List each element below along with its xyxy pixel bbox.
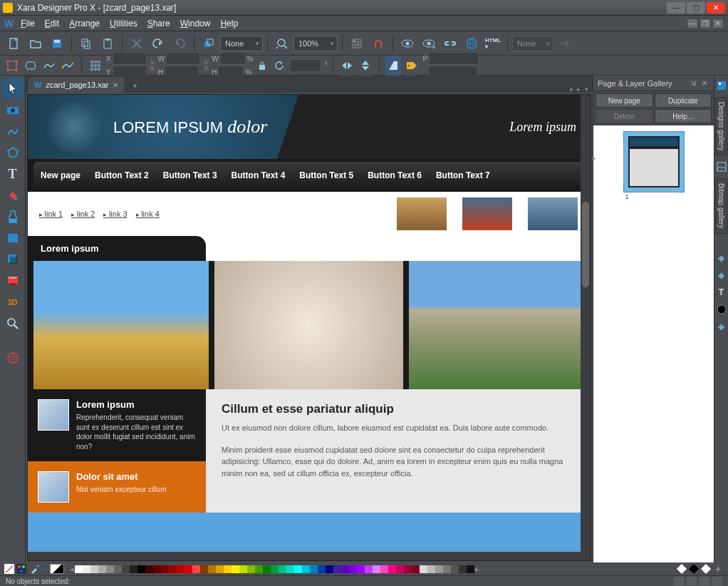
save-button[interactable] (47, 34, 67, 53)
thumb-2[interactable] (461, 196, 514, 232)
zoom-tool[interactable] (2, 314, 24, 334)
panel-header[interactable]: Page & Layer Gallery ⇲ ✕ (593, 76, 714, 91)
angle-field[interactable] (290, 59, 321, 72)
status-icon-4[interactable] (712, 577, 722, 585)
gallery-body[interactable]: ▸ 1 (593, 125, 714, 562)
side-card-2[interactable]: Dolor sit amet Nisi veniam excepteur cil… (28, 461, 206, 513)
preview-page-button[interactable] (397, 34, 417, 53)
snap-button[interactable] (368, 34, 388, 53)
mdi-close-button[interactable]: ✕ (712, 19, 724, 29)
color-swatch[interactable] (451, 565, 459, 573)
color-swatch[interactable] (435, 565, 443, 573)
color-swatch[interactable] (200, 565, 208, 573)
color-swatch[interactable] (216, 565, 224, 573)
select-rotate-button[interactable] (23, 58, 38, 73)
page-article-column[interactable]: Cillum et esse pariatur aliquip Ut ex ei… (206, 389, 591, 513)
color-swatch[interactable] (333, 565, 341, 573)
page-thumbnail[interactable]: 1 (623, 131, 685, 192)
live-effects-tool[interactable] (2, 348, 24, 368)
color-swatch[interactable] (302, 565, 310, 573)
w-field[interactable] (166, 52, 200, 65)
rotate-button[interactable] (271, 58, 287, 73)
select-path-button[interactable] (60, 58, 76, 73)
color-swatch[interactable] (263, 565, 271, 573)
side-thumb-2[interactable] (38, 471, 69, 503)
color-scroll-right[interactable]: ▸ (475, 565, 479, 574)
color-swatch[interactable] (443, 565, 451, 573)
paste-button[interactable] (98, 34, 118, 53)
no-color-swatch[interactable] (4, 564, 14, 574)
color-swatch[interactable] (420, 565, 427, 573)
color-swatch[interactable] (184, 565, 192, 573)
crumb-3[interactable]: link 3 (103, 210, 127, 218)
nav-item-2[interactable]: Button Text 2 (95, 170, 149, 180)
rectangle-tool[interactable] (2, 228, 24, 248)
color-swatch[interactable] (137, 565, 145, 573)
status-icon-3[interactable] (700, 577, 709, 585)
color-swatch[interactable] (130, 565, 137, 573)
color-swatch[interactable] (396, 565, 404, 573)
open-button[interactable] (26, 34, 46, 53)
color-swatch[interactable] (153, 565, 161, 573)
color-swatch[interactable] (467, 565, 474, 573)
flip-h-button[interactable] (339, 56, 355, 76)
current-fill-swatch[interactable] (50, 564, 64, 574)
page-header-subtitle[interactable]: Lorem ipsum (509, 120, 576, 135)
color-swatch[interactable] (239, 565, 247, 573)
article-p2[interactable]: Minim proident esse eiusmod cupidatat se… (222, 444, 582, 480)
grid-snap-button[interactable] (88, 58, 103, 73)
clone-button[interactable] (199, 34, 219, 53)
nav-item-5[interactable]: Button Text 5 (299, 170, 353, 180)
lock-aspect-button[interactable] (256, 58, 269, 73)
nav-item-7[interactable]: Button Text 7 (436, 170, 490, 180)
undo-button[interactable] (148, 34, 168, 53)
color-swatch[interactable] (388, 565, 396, 573)
export-html-button[interactable]: HTML▾ (483, 34, 503, 53)
color-swatch[interactable] (459, 565, 467, 573)
right-icon-1[interactable]: ◆ (716, 252, 727, 264)
new-tab-button[interactable]: + (127, 78, 142, 93)
close-button[interactable]: ✕ (707, 2, 725, 14)
zoom-prev-button[interactable] (272, 34, 292, 53)
article-heading[interactable]: Cillum et esse pariatur aliquip (222, 402, 582, 416)
color-swatch[interactable] (279, 565, 286, 573)
page-header[interactable]: LOREM IPSUM dolor Lorem ipsum (28, 95, 591, 159)
right-icon-text[interactable]: T (716, 287, 727, 298)
flip-v-button[interactable] (358, 56, 373, 76)
color-swatch[interactable] (98, 565, 106, 573)
apply-name-button[interactable] (555, 34, 575, 53)
right-icon-3[interactable]: ◆ (716, 321, 727, 332)
zoom-combo[interactable]: 100% (293, 36, 338, 51)
fill-tool[interactable] (2, 185, 24, 205)
thumb-1[interactable] (395, 196, 448, 232)
redo-button[interactable] (170, 34, 189, 53)
wh-spinner[interactable]: ▴▾ (203, 59, 209, 72)
hero-image-1[interactable] (33, 261, 209, 389)
hero-image-3[interactable] (409, 261, 591, 389)
crumb-2[interactable]: link 2 (71, 210, 95, 218)
eyedropper-button[interactable] (28, 563, 41, 575)
color-swatch[interactable] (75, 565, 83, 573)
color-swatch[interactable] (271, 565, 279, 573)
new-button[interactable] (4, 34, 24, 53)
color-swatch[interactable] (310, 565, 318, 573)
tab-nav-next[interactable]: ▸ (576, 86, 582, 93)
page-sidebar-column[interactable]: Lorem ipsum Reprehenderit, consequat ven… (28, 389, 206, 513)
canvas[interactable]: LOREM IPSUM dolor Lorem ipsum New page B… (27, 94, 591, 561)
document-tab[interactable]: W zcard_page13.xar ✕ (28, 77, 124, 93)
xy-spinner[interactable]: ▴▾ (150, 59, 155, 72)
color-swatch[interactable] (145, 565, 153, 573)
side-thumb-1[interactable] (38, 399, 69, 431)
designs-gallery-tab[interactable]: Designs gallery (715, 97, 727, 155)
color-swatch[interactable] (83, 565, 90, 573)
mdi-minimize-button[interactable]: — (687, 19, 698, 29)
expand-icon[interactable]: ▸ (592, 154, 596, 162)
side-card-2-body[interactable]: Nisi veniam excepteur cillum (76, 485, 167, 495)
menu-window[interactable]: Window (180, 19, 211, 29)
select-bounds-button[interactable] (4, 58, 20, 73)
thumb-3[interactable] (526, 196, 579, 232)
menu-file[interactable]: File (21, 19, 34, 29)
color-swatch[interactable] (169, 565, 177, 573)
color-swatch[interactable] (373, 565, 380, 573)
right-icon-color[interactable] (716, 304, 727, 315)
